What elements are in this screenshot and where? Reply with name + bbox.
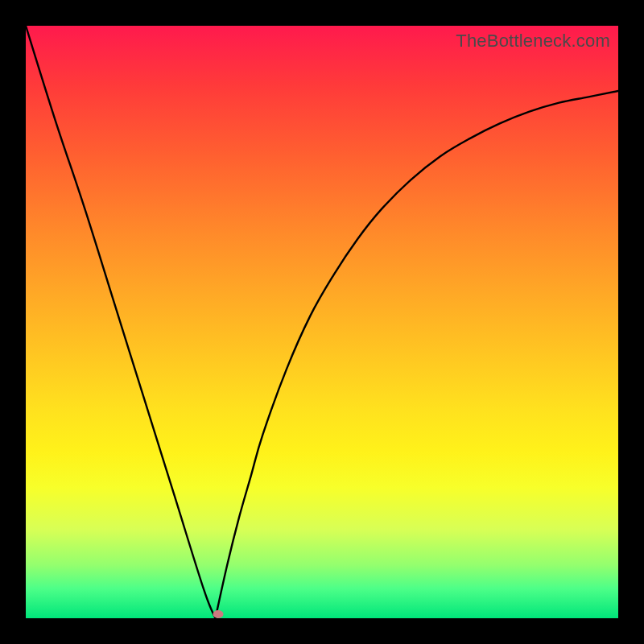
plot-area: TheBottleneck.com xyxy=(26,26,618,618)
bottleneck-curve xyxy=(26,26,618,618)
curve-right-branch xyxy=(216,91,618,618)
minimum-marker xyxy=(213,610,224,618)
chart-frame: TheBottleneck.com xyxy=(0,0,644,644)
curve-left-branch xyxy=(26,26,216,618)
